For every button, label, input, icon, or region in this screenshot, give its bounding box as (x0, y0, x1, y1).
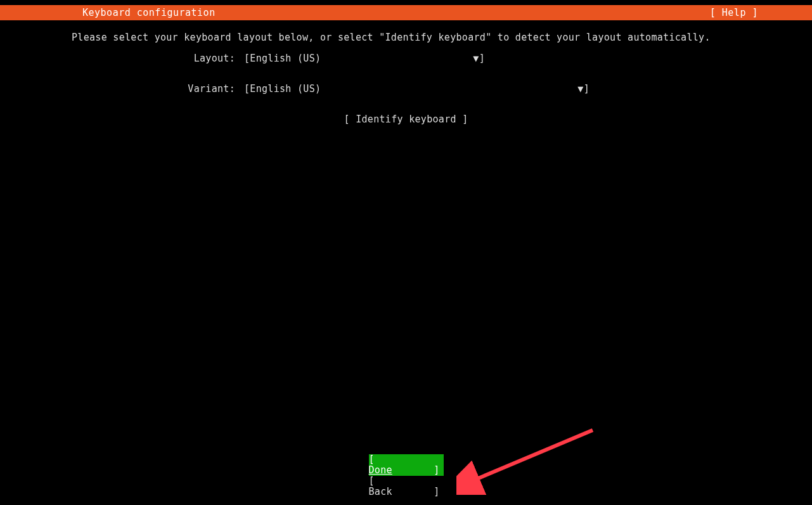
chevron-down-icon: ▼ (473, 53, 479, 64)
header-bar: Keyboard configuration [ Help ] (0, 5, 812, 20)
variant-value: English (US) (250, 83, 321, 95)
page-title: Keyboard configuration (0, 7, 216, 18)
layout-value: English (US) (250, 53, 321, 64)
layout-row: Layout: [ English (US)▼ ] (0, 53, 812, 64)
chevron-down-icon: ▼ (577, 83, 583, 95)
help-button[interactable]: [ Help ] (710, 7, 812, 18)
layout-dropdown[interactable]: [ English (US)▼ ] (244, 53, 485, 64)
layout-label: Layout: (0, 53, 244, 64)
variant-dropdown[interactable]: [ English (US)▼ ] (244, 83, 590, 95)
back-button[interactable]: [ Back ] (369, 476, 444, 497)
done-label: Done (369, 464, 392, 476)
instruction-text: Please select your keyboard layout below… (0, 32, 812, 43)
done-button[interactable]: [ Done ] (369, 454, 444, 476)
footer-buttons: [ Done ] [ Back ] (0, 454, 812, 497)
back-label: Back (369, 486, 392, 497)
variant-label: Variant: (0, 83, 244, 95)
variant-row: Variant: [ English (US)▼ ] (0, 83, 812, 95)
identify-keyboard-button[interactable]: [ Identify keyboard ] (0, 114, 812, 125)
content-area: Please select your keyboard layout below… (0, 20, 812, 125)
